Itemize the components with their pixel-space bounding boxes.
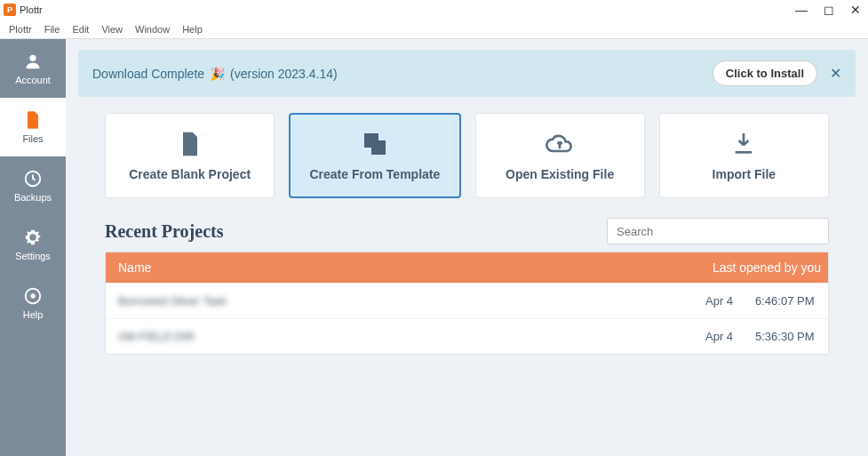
menu-help[interactable]: Help — [182, 24, 203, 35]
update-banner: Download Complete 🎉 (version 2023.4.14) … — [78, 50, 856, 97]
window-titlebar: P Plottr — ◻ ✕ — [0, 0, 868, 20]
close-icon[interactable]: ✕ — [850, 3, 861, 17]
help-icon — [23, 286, 43, 306]
svg-rect-5 — [371, 140, 386, 155]
blank-file-icon — [176, 130, 204, 158]
sidebar-item-account[interactable]: Account — [0, 39, 66, 98]
cell-date: Apr 4 — [705, 294, 755, 308]
table-row[interactable]: Borrowed Silver Task Apr 4 6:46:07 PM — [106, 283, 828, 318]
sidebar-item-backups[interactable]: Backups — [0, 156, 66, 215]
sidebar-item-label: Files — [22, 133, 43, 144]
card-label: Open Existing File — [506, 167, 614, 181]
card-label: Create Blank Project — [129, 167, 251, 181]
user-icon — [23, 52, 43, 71]
menu-edit[interactable]: Edit — [72, 24, 89, 35]
cell-time: 6:46:07 PM — [755, 294, 828, 308]
maximize-icon[interactable]: ◻ — [824, 3, 834, 17]
cell-date: Apr 4 — [705, 330, 755, 343]
banner-text: Download Complete — [92, 67, 204, 81]
sidebar-item-files[interactable]: Files — [0, 98, 66, 156]
menu-view[interactable]: View — [101, 24, 123, 35]
menu-window[interactable]: Window — [135, 24, 170, 35]
sidebar: Account Files Backups Settings Help — [0, 39, 66, 456]
sidebar-item-settings[interactable]: Settings — [0, 215, 66, 274]
app-logo: P — [4, 4, 16, 16]
sidebar-item-label: Settings — [15, 251, 51, 261]
card-label: Create From Template — [309, 167, 440, 181]
sidebar-item-help[interactable]: Help — [0, 274, 66, 332]
card-label: Import File — [713, 167, 776, 181]
install-button[interactable]: Click to Install — [713, 60, 817, 86]
sidebar-item-label: Help — [23, 309, 44, 320]
cloud-upload-icon — [545, 130, 574, 158]
banner-version: (version 2023.4.14) — [230, 67, 338, 81]
svg-point-3 — [30, 293, 36, 299]
file-icon — [23, 110, 43, 130]
party-icon: 🎉 — [210, 67, 225, 81]
card-create-template[interactable]: Create From Template — [289, 113, 460, 198]
action-cards: Create Blank Project Create From Templat… — [105, 113, 829, 198]
sidebar-item-label: Backups — [14, 192, 52, 203]
download-icon — [729, 130, 758, 158]
col-name[interactable]: Name — [106, 260, 705, 275]
recent-projects-title: Recent Projects — [105, 221, 223, 242]
search-input[interactable] — [607, 218, 829, 244]
menu-plottr[interactable]: Plottr — [9, 24, 32, 35]
cell-name: Borrowed Silver Task — [106, 294, 705, 308]
banner-close-icon[interactable]: ✕ — [830, 65, 841, 82]
cell-name: AM FIELD DIR — [106, 330, 705, 343]
card-create-blank[interactable]: Create Blank Project — [105, 113, 275, 198]
recent-table: Name Last opened by you Borrowed Silver … — [105, 252, 829, 355]
gear-icon — [23, 228, 43, 247]
table-row[interactable]: AM FIELD DIR Apr 4 5:36:30 PM — [106, 318, 828, 354]
table-header: Name Last opened by you — [106, 252, 828, 283]
svg-point-0 — [29, 55, 36, 61]
menu-file[interactable]: File — [44, 24, 60, 35]
sidebar-item-label: Account — [15, 75, 51, 85]
card-open-existing[interactable]: Open Existing File — [475, 113, 645, 198]
menubar: Plottr File Edit View Window Help — [0, 20, 868, 39]
clock-icon — [23, 169, 43, 188]
template-icon — [361, 130, 389, 158]
cell-time: 5:36:30 PM — [755, 330, 828, 343]
minimize-icon[interactable]: — — [795, 3, 808, 17]
window-title: Plottr — [20, 4, 43, 15]
card-import-file[interactable]: Import File — [659, 113, 829, 198]
col-opened[interactable]: Last opened by you — [705, 260, 828, 275]
content-area: Download Complete 🎉 (version 2023.4.14) … — [66, 39, 868, 456]
